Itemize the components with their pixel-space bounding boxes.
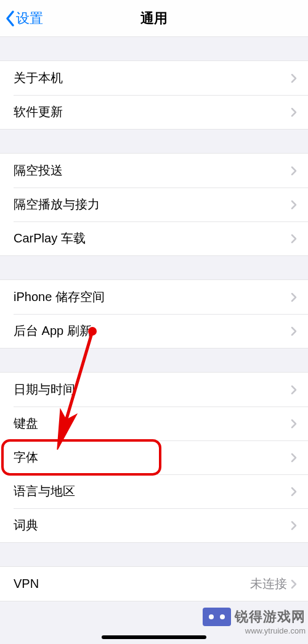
row-label: VPN (14, 577, 250, 591)
row-label: 日期与时间 (14, 381, 291, 398)
row-bgrefresh[interactable]: 后台 App 刷新 (0, 314, 308, 348)
row-airplay[interactable]: 隔空播放与接力 (0, 188, 308, 221)
group-spacer (0, 349, 308, 372)
watermark-brand: 锐得游戏网 (235, 608, 306, 626)
navbar: 设置 通用 (0, 0, 308, 37)
group-spacer (0, 130, 308, 153)
page-title: 通用 (0, 9, 308, 28)
chevron-right-icon (291, 419, 297, 429)
chevron-left-icon (5, 10, 16, 27)
settings-group: 隔空投送隔空播放与接力CarPlay 车载 (0, 153, 308, 256)
chevron-right-icon (291, 200, 297, 210)
settings-group: iPhone 储存空间后台 App 刷新 (0, 279, 308, 349)
chevron-right-icon (291, 292, 297, 302)
chevron-right-icon (291, 487, 297, 497)
row-label: 关于本机 (14, 70, 291, 86)
watermark: 锐得游戏网 www.ytruide.com (203, 608, 308, 635)
row-storage[interactable]: iPhone 储存空间 (0, 280, 308, 314)
row-datetime[interactable]: 日期与时间 (0, 373, 308, 407)
row-dict[interactable]: 词典 (0, 508, 308, 542)
back-button[interactable]: 设置 (0, 9, 43, 28)
chevron-right-icon (291, 579, 297, 589)
row-label: 词典 (14, 517, 291, 534)
chevron-right-icon (291, 326, 297, 336)
settings-group: 日期与时间键盘字体语言与地区词典 (0, 372, 308, 543)
row-carplay[interactable]: CarPlay 车载 (0, 221, 308, 255)
row-label: 后台 App 刷新 (14, 323, 291, 339)
row-label: 软件更新 (14, 104, 291, 120)
row-label: 隔空投送 (14, 162, 291, 179)
chevron-right-icon (291, 234, 297, 244)
row-label: CarPlay 车载 (14, 230, 291, 247)
chevron-right-icon (291, 107, 297, 117)
row-update[interactable]: 软件更新 (0, 95, 308, 129)
group-spacer (0, 256, 308, 279)
chevron-right-icon (291, 385, 297, 395)
gamepad-icon (203, 608, 231, 626)
row-fonts[interactable]: 字体 (0, 440, 308, 474)
row-vpn[interactable]: VPN未连接 (0, 567, 308, 601)
watermark-url: www.ytruide.com (245, 626, 308, 635)
chevron-right-icon (291, 453, 297, 463)
row-label: 字体 (14, 449, 291, 466)
settings-content: 关于本机软件更新隔空投送隔空播放与接力CarPlay 车载iPhone 储存空间… (0, 37, 308, 601)
row-keyboard[interactable]: 键盘 (0, 407, 308, 440)
chevron-right-icon (291, 521, 297, 530)
chevron-right-icon (291, 73, 297, 83)
row-label: 隔空播放与接力 (14, 196, 291, 213)
row-about[interactable]: 关于本机 (0, 61, 308, 95)
row-airdrop[interactable]: 隔空投送 (0, 154, 308, 188)
row-langreg[interactable]: 语言与地区 (0, 474, 308, 508)
chevron-right-icon (291, 166, 297, 176)
back-label: 设置 (16, 9, 43, 28)
settings-group: 关于本机软件更新 (0, 60, 308, 130)
group-spacer (0, 543, 308, 566)
settings-group: VPN未连接 (0, 566, 308, 601)
row-label: 语言与地区 (14, 483, 291, 500)
row-label: iPhone 储存空间 (14, 289, 291, 305)
row-label: 键盘 (14, 415, 291, 432)
home-indicator (102, 635, 206, 639)
group-spacer (0, 37, 308, 60)
row-value: 未连接 (250, 576, 287, 592)
